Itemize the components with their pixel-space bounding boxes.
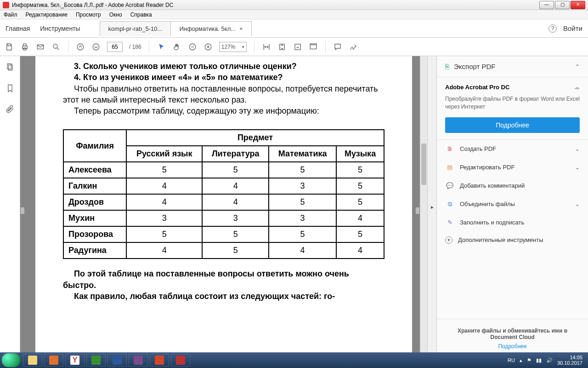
table-row: Дроздов4455: [63, 194, 384, 210]
page-number-input[interactable]: [107, 42, 123, 52]
close-tab-icon[interactable]: ×: [239, 25, 243, 32]
comment-tool[interactable]: 💬Добавить комментарий: [437, 177, 588, 195]
taskbar-app-utorrent[interactable]: [86, 354, 106, 367]
grade-cell: 5: [336, 162, 384, 178]
fit-page-icon[interactable]: [277, 42, 287, 52]
tray-chevron-icon[interactable]: ▴: [520, 357, 522, 363]
grade-cell: 4: [336, 210, 384, 226]
tool-label: Редактировать PDF: [460, 164, 514, 171]
chevron-down-icon: ⌄: [575, 164, 580, 171]
cloud-icon: ☁: [574, 84, 580, 91]
table-row: Прозорова5555: [63, 226, 384, 242]
table-title: Предмет: [126, 130, 384, 146]
collapse-panel-handle[interactable]: ▸: [427, 56, 436, 358]
comment-tool-icon: 💬: [445, 181, 454, 190]
tray-volume-icon[interactable]: 🔊: [546, 357, 553, 363]
help-icon[interactable]: ?: [548, 24, 557, 33]
vertical-scrollbar[interactable]: [420, 56, 427, 358]
read-mode-icon[interactable]: [309, 42, 318, 52]
attachment-icon[interactable]: [6, 105, 15, 116]
grade-cell: 5: [336, 226, 384, 242]
maximize-button[interactable]: ▢: [555, 1, 570, 9]
page-down-icon[interactable]: [91, 42, 101, 52]
document-tab-2[interactable]: Информатика. 5кл...×: [170, 21, 251, 36]
taskbar-app-acrobat[interactable]: [171, 354, 190, 367]
tray-flag-icon[interactable]: ⚑: [527, 357, 531, 363]
tray-lang[interactable]: RU: [508, 357, 515, 363]
window-titlebar: Информатика. 5кл._Босова Л.Л..pdf - Adob…: [0, 0, 588, 10]
search-icon[interactable]: [51, 42, 61, 52]
menu-view[interactable]: Просмотр: [76, 12, 101, 18]
pointer-icon[interactable]: [157, 42, 166, 52]
zoom-value: 127%: [221, 44, 236, 50]
pro-title: Adobe Acrobat Pro DC: [445, 84, 509, 91]
create-pdf-tool[interactable]: 🗎Создать PDF⌄: [437, 140, 588, 158]
login-button[interactable]: Войти: [563, 24, 582, 32]
hand-icon[interactable]: [172, 42, 181, 52]
nav-home[interactable]: Главная: [6, 25, 30, 32]
close-button[interactable]: ✕: [571, 1, 585, 9]
fill-sign-icon: ✎: [445, 218, 454, 227]
more-tools[interactable]: +Дополнительные инструменты: [437, 232, 588, 248]
combine-files-tool[interactable]: ⧉Объединить файлы⌄: [437, 195, 588, 213]
bookmark-icon[interactable]: [6, 84, 15, 95]
thumbnails-icon[interactable]: [6, 63, 15, 74]
left-nav-rail: [0, 56, 20, 358]
tray-clock[interactable]: 14:05 30.10.2017: [557, 355, 582, 366]
document-viewport[interactable]: 3. Сколько учеников имеют только отличны…: [20, 56, 427, 358]
grade-cell: 4: [126, 178, 202, 194]
fill-sign-tool[interactable]: ✎Заполнить и подписать: [437, 213, 588, 232]
grade-cell: 5: [269, 162, 336, 178]
grade-cell: 5: [202, 242, 269, 259]
scrollbar-thumb[interactable]: [421, 144, 426, 185]
grade-cell: 5: [202, 162, 269, 178]
export-pdf-section[interactable]: ⎘ Экспорт PDF ⌃: [445, 63, 580, 70]
svg-point-5: [77, 44, 84, 50]
sign-icon[interactable]: [349, 42, 358, 52]
document-tab-1[interactable]: kompl-pr-rab_5-10...: [100, 21, 171, 36]
tray-time: 14:05: [557, 355, 582, 360]
question-3: 3. Сколько учеников имеют только отличны…: [63, 61, 384, 72]
menu-file[interactable]: Файл: [4, 12, 17, 18]
taskbar-app-yandex[interactable]: Y: [65, 354, 85, 367]
edit-pdf-tool[interactable]: ▤Редактировать PDF⌄: [437, 158, 588, 177]
grade-cell: 4: [202, 194, 269, 210]
nav-tools[interactable]: Инструменты: [40, 25, 80, 32]
edit-pdf-icon: ▤: [445, 163, 454, 172]
plus-icon: +: [445, 236, 452, 244]
next-page-handle[interactable]: [415, 207, 420, 214]
taskbar-app-word[interactable]: [107, 354, 127, 367]
menu-edit[interactable]: Редактирование: [26, 12, 68, 18]
taskbar-app-powerpoint[interactable]: [150, 354, 169, 367]
tools-panel: ⎘ Экспорт PDF ⌃ Adobe Acrobat Pro DC ☁ П…: [436, 56, 588, 358]
minimize-button[interactable]: —: [539, 1, 554, 9]
start-button[interactable]: [2, 353, 20, 367]
row-name: Алексеева: [63, 162, 126, 178]
print-icon[interactable]: [20, 42, 29, 52]
tool-label: Заполнить и подписать: [460, 219, 524, 226]
tray-network-icon[interactable]: ▮▮: [536, 357, 542, 363]
tray-date: 30.10.2017: [557, 360, 582, 366]
comment-icon[interactable]: [333, 42, 342, 52]
menu-window[interactable]: Окно: [109, 12, 122, 18]
page-up-icon[interactable]: [76, 42, 85, 52]
svg-rect-2: [23, 48, 26, 50]
fit-width-icon[interactable]: [262, 42, 271, 52]
email-icon[interactable]: [36, 42, 45, 52]
menu-bar: Файл Редактирование Просмотр Окно Справк…: [0, 10, 588, 19]
menu-help[interactable]: Справка: [130, 12, 152, 18]
taskbar-app-winrar[interactable]: [129, 354, 148, 367]
zoom-select[interactable]: 127%: [219, 42, 247, 52]
paragraph-3: По этой таблице на поставленные вопросы …: [63, 268, 384, 291]
save-icon[interactable]: [5, 42, 14, 52]
zoom-out-icon[interactable]: [188, 42, 197, 52]
taskbar-app-media[interactable]: [44, 354, 63, 367]
cloud-learn-more-link[interactable]: Подробнее: [449, 343, 576, 350]
zoom-in-icon[interactable]: [204, 42, 213, 52]
prev-page-handle[interactable]: [20, 207, 25, 214]
window-title: Информатика. 5кл._Босова Л.Л..pdf - Adob…: [12, 2, 173, 8]
learn-more-button[interactable]: Подробнее: [445, 117, 580, 133]
grade-cell: 3: [126, 210, 202, 226]
taskbar-app-explorer[interactable]: [23, 354, 42, 367]
fit-visible-icon[interactable]: [293, 42, 302, 52]
